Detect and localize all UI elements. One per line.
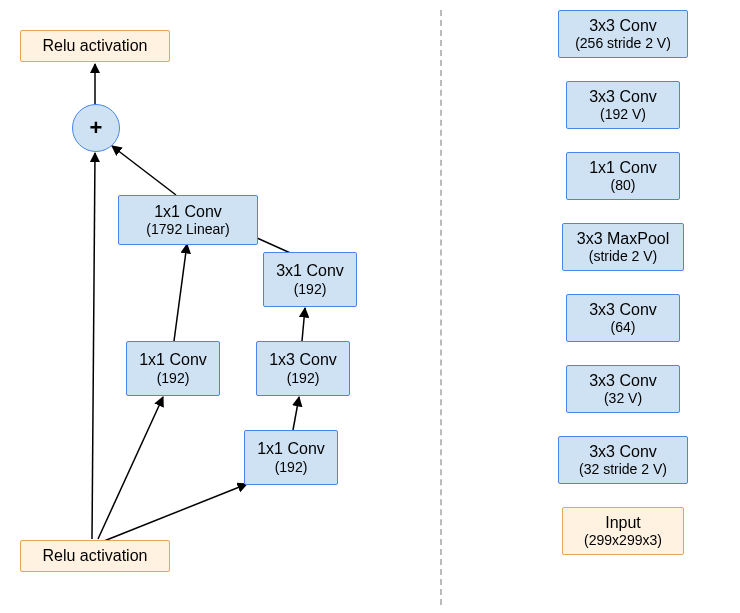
sublabel: (256 stride 2 V) (575, 35, 671, 51)
stem-conv-32-stride2: 3x3 Conv (32 stride 2 V) (558, 436, 688, 484)
stem-conv-192v: 3x3 Conv (192 V) (566, 81, 680, 129)
branch2-conv-3x1-192: 3x1 Conv (192) (263, 252, 357, 307)
label: 1x1 Conv (257, 440, 325, 458)
diagram-canvas: Relu activation + 1x1 Conv (1792 Linear)… (0, 0, 740, 613)
branch2-conv-1x3-192: 1x3 Conv (192) (256, 341, 350, 396)
label: 1x3 Conv (269, 351, 337, 369)
label: 3x3 Conv (589, 301, 657, 319)
label: 3x3 Conv (589, 88, 657, 106)
relu-activation-bottom: Relu activation (20, 540, 170, 572)
stem-conv-256-stride2: 3x3 Conv (256 stride 2 V) (558, 10, 688, 58)
sublabel: (80) (611, 177, 636, 193)
svg-line-14 (92, 153, 95, 539)
branch2-conv-1x1-192: 1x1 Conv (192) (244, 430, 338, 485)
relu-activation-top: Relu activation (20, 30, 170, 62)
label: 3x1 Conv (276, 262, 344, 280)
svg-line-10 (174, 244, 187, 341)
label: Relu activation (43, 37, 148, 55)
label: 3x3 MaxPool (577, 230, 670, 248)
label: Input (605, 514, 641, 532)
plus-icon: + (90, 115, 103, 141)
conv-1x1-1792-linear: 1x1 Conv (1792 Linear) (118, 195, 258, 245)
label: 1x1 Conv (154, 203, 222, 221)
sublabel: (1792 Linear) (146, 221, 229, 237)
sublabel: (192 V) (600, 106, 646, 122)
column-divider (440, 10, 442, 605)
stem-conv-32v: 3x3 Conv (32 V) (566, 365, 680, 413)
svg-line-13 (302, 308, 305, 341)
label: 3x3 Conv (589, 443, 657, 461)
svg-line-12 (293, 397, 299, 430)
stem-conv-1x1-80: 1x1 Conv (80) (566, 152, 680, 200)
svg-line-9 (112, 146, 176, 195)
stem-maxpool-stride2: 3x3 MaxPool (stride 2 V) (562, 223, 684, 271)
label: 1x1 Conv (139, 351, 207, 369)
label: 3x3 Conv (589, 372, 657, 390)
sublabel: (192) (275, 459, 308, 475)
sublabel: (299x299x3) (584, 532, 662, 548)
sublabel: (stride 2 V) (589, 248, 657, 264)
sublabel: (32 stride 2 V) (579, 461, 667, 477)
svg-line-16 (104, 484, 247, 541)
label: 1x1 Conv (589, 159, 657, 177)
sublabel: (192) (294, 281, 327, 297)
sublabel: (192) (157, 370, 190, 386)
sublabel: (64) (611, 319, 636, 335)
stem-input-299x299x3: Input (299x299x3) (562, 507, 684, 555)
stem-conv-64: 3x3 Conv (64) (566, 294, 680, 342)
svg-line-15 (98, 397, 163, 539)
add-node: + (72, 104, 120, 152)
label: Relu activation (43, 547, 148, 565)
sublabel: (32 V) (604, 390, 642, 406)
sublabel: (192) (287, 370, 320, 386)
branch1-conv-1x1-192: 1x1 Conv (192) (126, 341, 220, 396)
label: 3x3 Conv (589, 17, 657, 35)
